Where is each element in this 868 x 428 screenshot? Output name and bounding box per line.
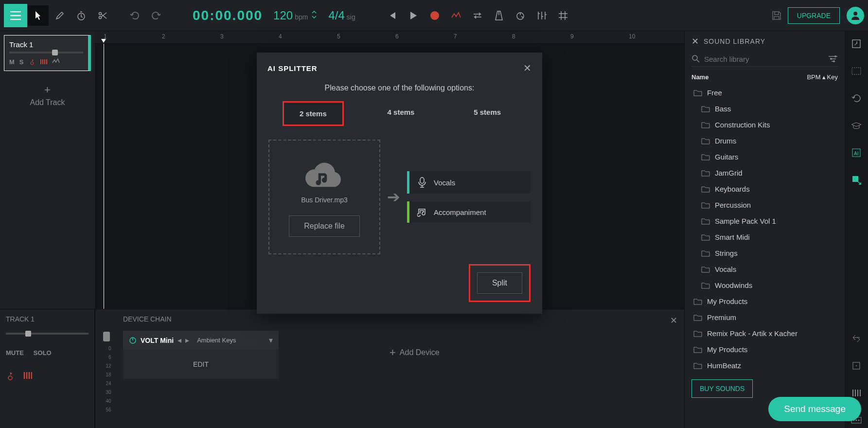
tab-learn[interactable] (849, 118, 864, 133)
undo-button[interactable] (124, 5, 145, 26)
cloud-upload-icon (302, 157, 346, 191)
rewind-button[interactable] (382, 5, 402, 26)
svg-point-16 (856, 365, 857, 366)
track-volume-slider[interactable] (9, 52, 83, 54)
track-name: Track 1 (9, 40, 83, 49)
lib-folder-myproducts[interactable]: My Products (691, 293, 838, 309)
preset-prev-icon[interactable]: ◂ (177, 336, 181, 345)
tab-ai[interactable]: AI (849, 145, 864, 160)
stems-tab-5[interactable]: 5 stems (458, 101, 516, 126)
lib-folder-strings[interactable]: Strings (691, 245, 838, 261)
send-message-button[interactable]: Send message (768, 397, 861, 421)
add-device-button[interactable]: + Add Device (390, 346, 440, 359)
col-key[interactable]: Key (827, 73, 838, 81)
menu-button[interactable] (4, 4, 27, 27)
filter-icon[interactable] (828, 55, 838, 63)
buy-sounds-button[interactable]: BUY SOUNDS (691, 379, 753, 398)
ruler-mark: 3 (220, 33, 224, 40)
lib-folder-percussion[interactable]: Percussion (691, 197, 838, 213)
stems-tab-2[interactable]: 2 stems (283, 101, 344, 126)
time-signature[interactable]: 4/4 sig (328, 9, 355, 22)
lib-folder-drums[interactable]: Drums (691, 133, 838, 149)
split-button[interactable]: Split (477, 272, 522, 294)
replace-file-button[interactable]: Replace file (289, 215, 360, 237)
lib-folder-samplepack[interactable]: Sample Pack Vol 1 (691, 213, 838, 229)
ruler-mark: 5 (337, 33, 340, 40)
search-icon (691, 54, 700, 63)
tab-expand[interactable] (849, 358, 864, 374)
inspector-arm-icon[interactable] (6, 371, 15, 381)
upgrade-button[interactable]: UPGRADE (788, 7, 840, 24)
svg-text:AI: AI (854, 151, 858, 156)
metronome-button[interactable] (489, 5, 509, 26)
col-name[interactable]: Name (691, 73, 807, 81)
lib-folder-myproducts2[interactable]: My Products (691, 341, 838, 357)
volume-handle[interactable] (103, 332, 110, 341)
bottom-panel: TRACK 1 MUTE SOLO 0 6 12 18 24 30 40 56 … (0, 309, 684, 428)
lib-folder-premium[interactable]: Premium (691, 309, 838, 325)
lib-folder-woodwinds[interactable]: Woodwinds (691, 277, 838, 293)
lib-folder-guitars[interactable]: Guitars (691, 149, 838, 165)
lib-folder-construction[interactable]: Construction Kits (691, 117, 838, 133)
record-button[interactable] (425, 5, 445, 26)
preset-dropdown-icon[interactable]: ▾ (269, 336, 273, 345)
timer-tool[interactable] (71, 5, 91, 26)
preset-next-icon[interactable]: ▸ (185, 336, 189, 345)
track-mute[interactable]: M (9, 58, 15, 66)
inspector-mute[interactable]: MUTE (6, 349, 24, 357)
loop-button[interactable] (467, 5, 488, 26)
track-1[interactable]: Track 1 M S (4, 35, 91, 71)
search-input[interactable] (704, 55, 828, 63)
close-library[interactable]: ✕ (691, 36, 699, 47)
user-avatar[interactable] (847, 7, 864, 24)
modal-close-button[interactable]: ✕ (523, 62, 531, 74)
device-edit-button[interactable]: EDIT (123, 350, 279, 379)
inspector-solo[interactable]: SOLO (34, 349, 52, 357)
time-display[interactable]: 00:00.000 (193, 8, 263, 23)
lib-folder-bass[interactable]: Bass (691, 101, 838, 117)
svg-point-8 (830, 58, 832, 60)
file-dropzone[interactable]: Bus Driver.mp3 Replace file (268, 140, 380, 254)
tuning-button[interactable] (510, 5, 531, 26)
graduation-icon (851, 122, 862, 129)
track-arm-icon[interactable] (29, 58, 35, 66)
arrow-right-icon: ➔ (387, 188, 400, 206)
stem-accompaniment: Accompaniment (407, 201, 531, 223)
pencil-tool[interactable] (50, 5, 70, 26)
automation-tool[interactable] (446, 5, 466, 26)
redo-icon (151, 11, 161, 20)
play-button[interactable] (403, 5, 424, 26)
snap-button[interactable] (553, 5, 573, 26)
tab-collapse[interactable] (849, 331, 864, 346)
tab-library[interactable] (849, 36, 864, 52)
device-power-icon[interactable] (129, 337, 137, 344)
lib-folder-remix[interactable]: Remix Pack - Artik x Kacher (691, 325, 838, 341)
close-chain-button[interactable]: ✕ (670, 315, 677, 326)
col-bpm[interactable]: BPM (807, 73, 820, 81)
timeline-ruler[interactable]: 1 2 3 4 5 6 7 8 9 10 (95, 31, 684, 44)
inspector-pan-slider[interactable] (6, 333, 89, 335)
tab-midi[interactable] (849, 63, 864, 79)
add-track-button[interactable]: + Add Track (0, 75, 95, 116)
cut-tool[interactable] (92, 5, 113, 26)
ruler-mark: 2 (162, 33, 165, 40)
track-solo[interactable]: S (19, 58, 24, 66)
tempo-display[interactable]: 120 bpm (273, 9, 318, 22)
lib-folder-humbeatz[interactable]: HumBeatz (691, 357, 838, 374)
save-button[interactable] (766, 5, 787, 26)
device-preset[interactable]: Ambient Keys (197, 337, 236, 344)
lib-folder-smartmidi[interactable]: Smart Midi (691, 229, 838, 245)
redo-button[interactable] (146, 5, 166, 26)
lib-folder-vocals[interactable]: Vocals (691, 261, 838, 277)
inspector-instrument-icon[interactable] (23, 371, 32, 381)
tab-history[interactable] (849, 90, 864, 106)
tab-import[interactable] (849, 172, 864, 188)
lib-folder-jamgrid[interactable]: JamGrid (691, 165, 838, 181)
mixer-button[interactable] (531, 5, 552, 26)
track-instrument-icon[interactable] (40, 58, 47, 66)
stems-tab-4[interactable]: 4 stems (372, 101, 430, 126)
lib-folder-keyboards[interactable]: Keyboards (691, 181, 838, 197)
track-automation-icon[interactable] (52, 58, 60, 66)
lib-folder-free[interactable]: Free (691, 85, 838, 101)
cursor-tool[interactable] (28, 5, 49, 26)
